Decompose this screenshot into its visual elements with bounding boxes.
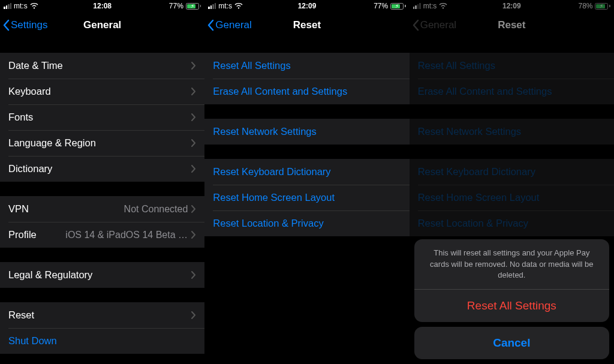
battery-pct: 77% [169, 2, 183, 10]
battery-icon: ⚡︎ [595, 3, 610, 10]
row-label: Reset Network Settings [213, 126, 316, 137]
nav-bar: Settings General [0, 12, 204, 38]
row-label: Reset Network Settings [418, 126, 521, 137]
back-label: General [420, 19, 456, 31]
row-erase-all: Erase All Content and Settings [410, 79, 614, 104]
row-label: Reset Keyboard Dictionary [418, 166, 535, 178]
row-reset-network[interactable]: Reset Network Settings [204, 119, 409, 145]
battery-icon: ⚡︎ [186, 3, 201, 10]
battery-icon: ⚡︎ [390, 3, 406, 10]
row-language-region[interactable]: Language & Region [0, 130, 204, 156]
chevron-right-icon [191, 205, 196, 213]
back-button: General [410, 19, 456, 31]
chevron-right-icon [191, 139, 196, 147]
row-label: Erase All Content and Settings [213, 86, 347, 97]
row-reset-keyboard[interactable]: Reset Keyboard Dictionary [204, 159, 409, 185]
chevron-right-icon [191, 311, 196, 319]
back-button[interactable]: General [204, 19, 251, 31]
battery-pct: 78% [578, 2, 592, 10]
carrier-label: mt:s [218, 2, 232, 10]
action-sheet: This will reset all settings and your Ap… [414, 239, 609, 359]
chevron-right-icon [191, 62, 196, 70]
status-bar: mt:s 12:09 77% ⚡︎ [204, 0, 409, 12]
row-label: Reset All Settings [418, 60, 495, 71]
row-label: Erase All Content and Settings [418, 86, 552, 97]
action-sheet-message: This will reset all settings and your Ap… [414, 239, 609, 290]
status-bar: mt:s 12:09 78% ⚡︎ [410, 0, 614, 12]
row-label: Language & Region [8, 137, 96, 149]
row-label: Reset Location & Privacy [213, 218, 323, 229]
battery-pct: 77% [374, 2, 388, 10]
row-reset-keyboard: Reset Keyboard Dictionary [410, 159, 614, 185]
row-label: Shut Down [8, 335, 57, 347]
row-reset-home: Reset Home Screen Layout [410, 185, 614, 210]
row-label: Reset All Settings [213, 60, 290, 71]
screen-reset-sheet: mt:s 12:09 78% ⚡︎ General Reset Reset Al… [410, 0, 614, 364]
row-label: Reset Keyboard Dictionary [213, 166, 330, 178]
chevron-right-icon [191, 113, 196, 121]
back-label: Settings [11, 19, 47, 31]
back-button[interactable]: Settings [0, 19, 47, 31]
row-reset[interactable]: Reset [0, 302, 204, 328]
carrier-label: mt:s [423, 2, 437, 10]
signal-bars-icon [4, 3, 11, 9]
action-sheet-reset-button[interactable]: Reset All Settings [414, 290, 609, 322]
chevron-right-icon [191, 88, 196, 95]
row-label: Profile [8, 229, 37, 240]
wifi-icon [439, 3, 447, 9]
row-reset-network: Reset Network Settings [410, 119, 614, 145]
row-label: Fonts [8, 112, 33, 123]
chevron-right-icon [191, 271, 196, 279]
wifi-icon [30, 3, 38, 9]
chevron-left-icon [412, 19, 419, 31]
chevron-right-icon [191, 165, 196, 173]
back-label: General [215, 19, 251, 31]
row-label: Reset Home Screen Layout [213, 192, 335, 203]
content: Reset All Settings Erase All Content and… [204, 38, 409, 364]
row-label: Reset Location & Privacy [418, 218, 528, 229]
screen-reset: mt:s 12:09 77% ⚡︎ General Reset Reset Al… [204, 0, 409, 364]
carrier-label: mt:s [14, 2, 28, 10]
row-legal[interactable]: Legal & Regulatory [0, 262, 204, 288]
row-reset-all-settings[interactable]: Reset All Settings [204, 53, 409, 79]
row-label: Reset Home Screen Layout [418, 192, 540, 203]
row-dictionary[interactable]: Dictionary [0, 156, 204, 182]
action-sheet-cancel-group: Cancel [414, 327, 609, 359]
signal-bars-icon [413, 3, 421, 9]
wifi-icon [234, 3, 243, 9]
row-reset-location[interactable]: Reset Location & Privacy [204, 210, 409, 236]
row-erase-all[interactable]: Erase All Content and Settings [204, 79, 409, 104]
row-vpn[interactable]: VPNNot Connected [0, 196, 204, 222]
nav-bar: General Reset [410, 12, 614, 38]
chevron-left-icon [2, 19, 10, 31]
row-detail: Not Connected [124, 204, 192, 215]
row-date-time[interactable]: Date & Time [0, 53, 204, 79]
row-label: Legal & Regulatory [8, 269, 92, 281]
nav-bar: General Reset [204, 12, 409, 38]
row-label: Dictionary [8, 163, 52, 175]
row-label: Keyboard [8, 86, 51, 97]
row-profile[interactable]: ProfileiOS 14 & iPadOS 14 Beta Softwar..… [0, 222, 204, 248]
chevron-left-icon [207, 19, 214, 31]
row-reset-all-settings: Reset All Settings [410, 53, 614, 79]
status-bar: mt:s 12:08 77% ⚡︎ [0, 0, 204, 12]
content: Date & Time Keyboard Fonts Language & Re… [0, 38, 204, 364]
action-sheet-cancel-button[interactable]: Cancel [414, 327, 609, 359]
row-reset-home[interactable]: Reset Home Screen Layout [204, 185, 409, 210]
row-fonts[interactable]: Fonts [0, 104, 204, 130]
row-label: Date & Time [8, 60, 63, 71]
row-label: VPN [8, 203, 29, 215]
row-reset-location: Reset Location & Privacy [410, 210, 614, 236]
signal-bars-icon [208, 3, 216, 9]
row-label: Reset [8, 309, 34, 321]
row-detail: iOS 14 & iPadOS 14 Beta Softwar... [65, 230, 191, 240]
chevron-right-icon [191, 231, 196, 239]
row-shutdown[interactable]: Shut Down [0, 328, 204, 354]
screen-general: mt:s 12:08 77% ⚡︎ Settings General Date … [0, 0, 204, 364]
action-sheet-group: This will reset all settings and your Ap… [414, 239, 609, 322]
row-keyboard[interactable]: Keyboard [0, 79, 204, 104]
